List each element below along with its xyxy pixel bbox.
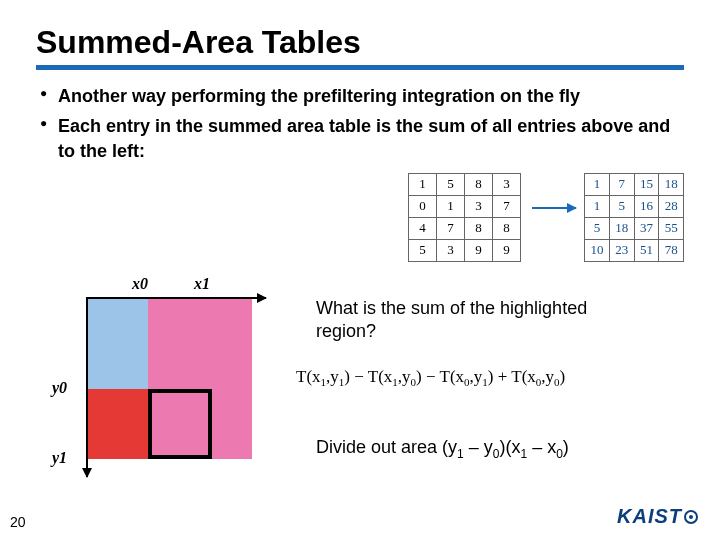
content-area: 1583 0137 4788 5399 171518 151628 518375… [36,169,684,509]
bullet-item: Each entry in the summed area table is t… [36,114,684,163]
label-x0: x0 [132,275,148,293]
arrow-right-icon [532,207,576,209]
bullet-list: Another way performing the prefiltering … [36,84,684,163]
divide-text: Divide out area (y1 – y0)(x1 – x0) [316,437,569,461]
x-axis-icon [86,297,266,299]
y-axis-icon [86,297,88,477]
source-table: 1583 0137 4788 5399 [408,173,521,262]
logo-dot-icon [684,510,698,524]
formula: T(x1,y1) − T(x1,y0) − T(x0,y1) + T(x0,y0… [296,367,565,388]
label-x1: x1 [194,275,210,293]
title-rule [36,65,684,70]
label-y0: y0 [52,379,67,397]
bullet-item: Another way performing the prefiltering … [36,84,684,108]
region-red [88,389,148,459]
kaist-logo: KAIST [617,505,698,528]
page-number: 20 [10,514,26,530]
page-title: Summed-Area Tables [36,24,684,61]
region-diagram: x0 x1 y0 y1 [44,277,274,487]
label-y1: y1 [52,449,67,467]
highlight-box [148,389,212,459]
question-text: What is the sum of the highlighted regio… [316,297,616,344]
summed-table: 171518 151628 5183755 10235178 [584,173,684,262]
